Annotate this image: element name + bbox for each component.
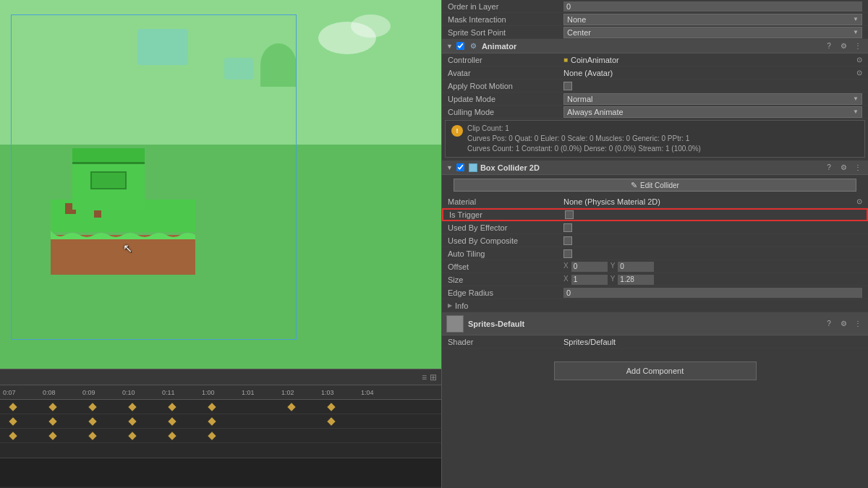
keyframe-r2-7[interactable]: [327, 417, 335, 425]
size-label: Size: [448, 275, 563, 284]
ruler-mark-4: 0:11: [162, 389, 202, 396]
used-by-effector-checkbox[interactable]: [563, 223, 572, 232]
size-x-value[interactable]: 1: [571, 275, 608, 285]
avatar-selector-icon[interactable]: ⊙: [856, 69, 862, 77]
animator-enabled-checkbox[interactable]: [456, 42, 464, 50]
box-collider-help-icon[interactable]: ?: [823, 162, 835, 174]
used-by-effector-label: Used By Effector: [448, 223, 563, 232]
keyframe-4[interactable]: [128, 403, 136, 411]
info-label: Info: [455, 301, 468, 310]
keyframe-8[interactable]: [327, 403, 335, 411]
offset-xy-pair: X 0 Y 0: [563, 262, 862, 272]
animator-checkbox-icon[interactable]: [456, 41, 466, 51]
keyframe-r3-3[interactable]: [88, 432, 96, 440]
keyframe-6[interactable]: [208, 403, 216, 411]
shader-value[interactable]: Sprites/Default: [563, 338, 862, 346]
keyframe-7[interactable]: [287, 403, 295, 411]
info-row[interactable]: ▶ Info: [442, 299, 868, 312]
avatar-label: Avatar: [448, 69, 563, 77]
apply-root-motion-label: Apply Root Motion: [448, 82, 563, 90]
mask-interaction-dropdown[interactable]: None: [563, 14, 862, 25]
offset-x-value[interactable]: 0: [571, 262, 608, 272]
keyframe-1[interactable]: [9, 403, 17, 411]
track-row-2: [0, 414, 441, 429]
box-collider-checkbox-icon[interactable]: [456, 163, 466, 173]
order-in-layer-row: Order in Layer 0: [442, 0, 868, 13]
controller-selector-icon[interactable]: ⊙: [856, 56, 862, 64]
ruler-mark-6: 1:01: [242, 389, 281, 396]
keyframe-3[interactable]: [88, 403, 96, 411]
box-collider-shape-icon: [469, 163, 477, 172]
update-mode-dropdown[interactable]: Normal: [563, 93, 862, 105]
update-mode-row: Update Mode Normal: [442, 93, 868, 106]
is-trigger-label: Is Trigger: [449, 210, 565, 219]
box-collider-settings-icon[interactable]: ⚙: [838, 162, 849, 174]
keyframe-r2-1[interactable]: [9, 417, 17, 425]
ruler-mark-9: 1:04: [361, 389, 401, 396]
culling-mode-label: Culling Mode: [448, 108, 563, 116]
ruler-mark-5: 1:00: [202, 389, 242, 396]
sprites-section-title: Sprites-Default: [468, 320, 819, 328]
timeline-icon1: ≡: [422, 372, 427, 382]
scene-canvas[interactable]: ↖: [0, 0, 441, 369]
keyframe-2[interactable]: [48, 403, 56, 411]
keyframe-r2-4[interactable]: [128, 417, 136, 425]
ruler-mark-3: 0:10: [122, 389, 162, 396]
keyframe-r3-4[interactable]: [128, 432, 136, 440]
controller-row: Controller ■ CoinAnimator ⊙: [442, 53, 868, 67]
sprites-help-icon[interactable]: ?: [823, 318, 835, 330]
sprites-more-icon[interactable]: ⋮: [852, 318, 864, 330]
keyframe-r2-6[interactable]: [208, 417, 216, 425]
used-by-composite-checkbox[interactable]: [563, 236, 572, 245]
order-in-layer-value[interactable]: 0: [563, 1, 862, 12]
size-row: Size X 1 Y 1.28: [442, 273, 868, 286]
mask-interaction-label: Mask Interaction: [448, 15, 563, 24]
culling-mode-dropdown[interactable]: Always Animate: [563, 106, 862, 118]
edit-collider-button[interactable]: ✎ Edit Collider: [454, 179, 856, 192]
edge-radius-value[interactable]: 0: [563, 288, 862, 298]
material-value[interactable]: None (Physics Material 2D): [563, 197, 854, 206]
keyframe-r3-5[interactable]: [168, 432, 176, 440]
avatar-value[interactable]: None (Avatar): [563, 69, 854, 77]
box-collider-enabled-checkbox[interactable]: [456, 163, 464, 171]
ruler-mark-2: 0:09: [82, 389, 122, 396]
keyframe-r2-3[interactable]: [88, 417, 96, 425]
keyframe-5[interactable]: [168, 403, 176, 411]
offset-row: Offset X 0 Y 0: [442, 260, 868, 273]
animator-section-title: Animator: [482, 42, 823, 51]
add-component-button[interactable]: Add Component: [554, 361, 757, 380]
auto-tiling-checkbox[interactable]: [563, 249, 572, 258]
size-y-value[interactable]: 1.28: [618, 275, 654, 285]
offset-y-label: Y: [610, 262, 616, 272]
box-collider-section-actions: ? ⚙ ⋮: [823, 162, 864, 174]
offset-y-value[interactable]: 0: [618, 262, 654, 272]
controller-value[interactable]: CoinAnimator: [571, 56, 854, 64]
keyframe-r3-2[interactable]: [48, 432, 56, 440]
used-by-effector-row: Used By Effector: [442, 221, 868, 234]
auto-tiling-label: Auto Tiling: [448, 249, 563, 258]
box-collider-section-header[interactable]: ▼ Box Collider 2D ? ⚙ ⋮: [442, 160, 868, 175]
update-mode-label: Update Mode: [448, 95, 563, 103]
keyframe-r3-6[interactable]: [208, 432, 216, 440]
keyframe-r3-1[interactable]: [9, 432, 17, 440]
animator-section-header[interactable]: ▼ ⚙ Animator ? ⚙ ⋮: [442, 39, 868, 53]
material-label: Material: [448, 197, 563, 206]
sprites-section-header[interactable]: Sprites-Default ? ⚙ ⋮: [442, 312, 868, 335]
animator-info-text: Clip Count: 1 Curves Pos: 0 Quat: 0 Eule…: [467, 124, 701, 154]
controller-label: Controller: [448, 56, 563, 64]
keyframe-r2-5[interactable]: [168, 417, 176, 425]
apply-root-motion-checkbox[interactable]: [563, 82, 572, 90]
sprites-settings-icon[interactable]: ⚙: [838, 318, 849, 330]
animator-help-icon[interactable]: ?: [823, 40, 835, 52]
animator-settings-icon[interactable]: ⚙: [838, 40, 849, 52]
sprite-sort-point-dropdown[interactable]: Center: [563, 27, 862, 38]
info-warning-icon: !: [451, 125, 463, 137]
animator-section-actions: ? ⚙ ⋮: [823, 40, 864, 52]
material-selector-icon[interactable]: ⊙: [856, 197, 862, 205]
box-collider-more-icon[interactable]: ⋮: [852, 162, 864, 174]
track-row-3: [0, 429, 441, 443]
is-trigger-checkbox[interactable]: [565, 210, 574, 219]
material-row: Material None (Physics Material 2D) ⊙: [442, 195, 868, 208]
keyframe-r2-2[interactable]: [48, 417, 56, 425]
animator-more-icon[interactable]: ⋮: [852, 40, 864, 52]
